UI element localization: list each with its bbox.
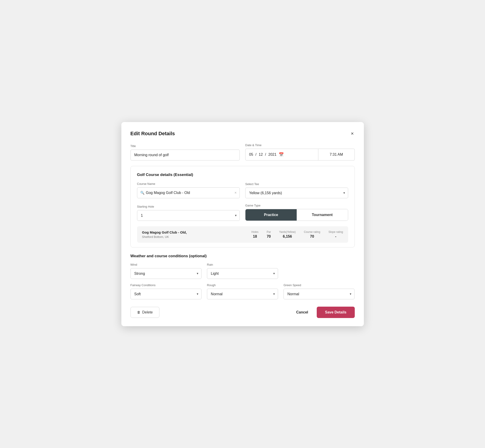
edit-round-modal: Edit Round Details × Title Date & Time 0… — [121, 122, 364, 326]
weather-title: Weather and course conditions (optional) — [130, 254, 355, 258]
game-type-toggle: Practice Tournament — [245, 209, 348, 221]
datetime-group: Date & Time 05 / 12 / 2021 📅 7:31 AM — [245, 144, 355, 160]
modal-title: Edit Round Details — [130, 131, 175, 136]
course-name-label: Course Name — [137, 182, 240, 185]
course-name-group: Course Name 🔍 × — [137, 182, 240, 198]
wind-select-wrap: None Light Moderate Strong ▾ — [130, 268, 202, 279]
fairway-group: Fairway Conditions Soft Normal Hard ▾ — [130, 283, 202, 299]
starting-hole-wrap: 1 ▾ — [137, 210, 240, 221]
course-rating-stat: Course rating 70 — [304, 230, 320, 239]
title-group: Title — [130, 144, 240, 160]
clear-course-icon[interactable]: × — [234, 191, 237, 195]
date-sep1: / — [256, 152, 256, 157]
fairway-label: Fairway Conditions — [130, 283, 202, 287]
green-speed-dropdown[interactable]: Slow Normal Fast — [283, 289, 355, 299]
date-display[interactable]: 05 / 12 / 2021 📅 — [245, 149, 318, 160]
title-label: Title — [130, 144, 240, 148]
yards-stat: Yards(Yellow) 6,156 — [279, 230, 296, 239]
practice-toggle-btn[interactable]: Practice — [245, 209, 297, 221]
datetime-label: Date & Time — [245, 144, 355, 147]
course-info-name: Gog Magog Golf Club - Old, — [142, 230, 252, 234]
footer-right: Cancel Save Details — [294, 307, 355, 318]
rain-dropdown[interactable]: None Light Moderate Heavy — [207, 268, 278, 279]
slope-rating-value: - — [335, 234, 336, 239]
trash-icon: 🗑 — [137, 310, 140, 314]
date-year: 2021 — [268, 152, 277, 157]
hole-gametype-row: Starting Hole 1 ▾ Game Type Practice Tou… — [137, 204, 348, 221]
golf-course-title: Golf Course details (Essential) — [137, 173, 348, 177]
slope-rating-stat: Slope rating - — [328, 230, 343, 239]
rain-label: Rain — [207, 263, 278, 266]
green-speed-select-wrap: Slow Normal Fast ▾ — [283, 289, 355, 299]
course-rating-label: Course rating — [304, 230, 320, 233]
rain-select-wrap: None Light Moderate Heavy ▾ — [207, 268, 278, 279]
game-type-label: Game Type — [245, 204, 348, 207]
starting-hole-label: Starting Hole — [137, 205, 240, 208]
weather-section: Weather and course conditions (optional)… — [130, 254, 355, 299]
golf-course-section: Golf Course details (Essential) Course N… — [130, 166, 355, 248]
save-button[interactable]: Save Details — [317, 307, 355, 318]
date-month: 05 — [249, 152, 253, 157]
yards-label: Yards(Yellow) — [279, 230, 296, 233]
holes-stat: Holes 18 — [251, 230, 259, 239]
fairway-rough-green-row: Fairway Conditions Soft Normal Hard ▾ Ro… — [130, 283, 355, 299]
calendar-icon: 📅 — [279, 152, 284, 157]
date-time-inputs: 05 / 12 / 2021 📅 7:31 AM — [245, 149, 355, 160]
select-tee-dropdown[interactable]: Yellow (6,156 yards) — [245, 188, 348, 198]
modal-header: Edit Round Details × — [130, 130, 355, 137]
fairway-select-wrap: Soft Normal Hard ▾ — [130, 289, 202, 299]
par-value: 70 — [267, 234, 271, 239]
date-day: 12 — [259, 152, 263, 157]
slope-rating-label: Slope rating — [328, 230, 343, 233]
course-rating-value: 70 — [310, 234, 314, 239]
game-type-group: Game Type Practice Tournament — [245, 204, 348, 221]
wind-rain-row: Wind None Light Moderate Strong ▾ Rain N… — [130, 263, 355, 279]
title-input[interactable] — [130, 150, 240, 160]
time-value: 7:31 AM — [330, 152, 343, 157]
course-name-input[interactable] — [137, 187, 240, 198]
title-datetime-row: Title Date & Time 05 / 12 / 2021 📅 7:31 … — [130, 144, 355, 160]
course-tee-row: Course Name 🔍 × Select Tee Yellow (6,156… — [137, 182, 348, 198]
delete-label: Delete — [142, 310, 153, 314]
par-label: Par — [267, 230, 271, 233]
rough-label: Rough — [207, 283, 278, 287]
close-button[interactable]: × — [350, 130, 355, 137]
course-info-box: Gog Magog Golf Club - Old, Shelford Bott… — [137, 226, 348, 243]
course-info-name-section: Gog Magog Golf Club - Old, Shelford Bott… — [142, 230, 252, 239]
time-display[interactable]: 7:31 AM — [318, 149, 355, 160]
holes-value: 18 — [253, 234, 257, 239]
rain-group: Rain None Light Moderate Heavy ▾ — [207, 263, 278, 279]
starting-hole-group: Starting Hole 1 ▾ — [137, 205, 240, 221]
green-speed-label: Green Speed — [283, 283, 355, 287]
wind-dropdown[interactable]: None Light Moderate Strong — [130, 268, 202, 279]
par-stat: Par 70 — [267, 230, 271, 239]
date-sep2: / — [265, 152, 266, 157]
rough-select-wrap: Short Normal Long ▾ — [207, 289, 278, 299]
yards-value: 6,156 — [283, 234, 292, 239]
course-stats: Holes 18 Par 70 Yards(Yellow) 6,156 Cour… — [251, 230, 343, 239]
fairway-dropdown[interactable]: Soft Normal Hard — [130, 289, 202, 299]
footer: 🗑 Delete Cancel Save Details — [130, 307, 355, 318]
select-tee-wrap: Yellow (6,156 yards) ▾ — [245, 188, 348, 198]
course-name-search-wrap: 🔍 × — [137, 187, 240, 198]
course-info-location: Shelford Bottom, UK — [142, 235, 252, 239]
search-icon: 🔍 — [140, 191, 145, 195]
rough-group: Rough Short Normal Long ▾ — [207, 283, 278, 299]
tournament-toggle-btn[interactable]: Tournament — [297, 209, 348, 221]
wind-label: Wind — [130, 263, 202, 266]
green-speed-group: Green Speed Slow Normal Fast ▾ — [283, 283, 355, 299]
delete-button[interactable]: 🗑 Delete — [130, 307, 159, 318]
select-tee-label: Select Tee — [245, 182, 348, 186]
starting-hole-dropdown[interactable]: 1 — [137, 210, 240, 221]
rough-dropdown[interactable]: Short Normal Long — [207, 289, 278, 299]
holes-label: Holes — [251, 230, 259, 233]
wind-group: Wind None Light Moderate Strong ▾ — [130, 263, 202, 279]
cancel-button[interactable]: Cancel — [294, 307, 310, 318]
select-tee-group: Select Tee Yellow (6,156 yards) ▾ — [245, 182, 348, 198]
